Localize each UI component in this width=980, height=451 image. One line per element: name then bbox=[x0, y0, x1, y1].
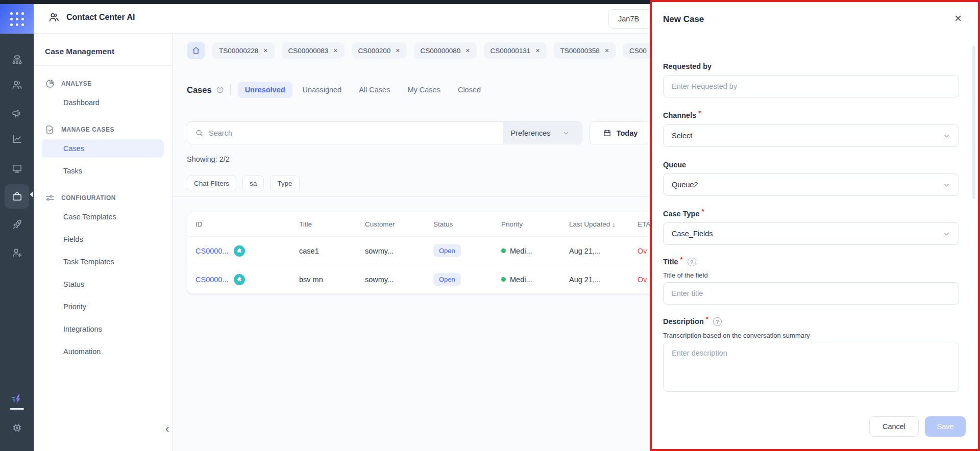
search-box: Preferences bbox=[187, 121, 582, 144]
case-type-select[interactable]: Case_Fields bbox=[663, 222, 959, 245]
required-asterisk: * bbox=[698, 109, 701, 117]
save-button[interactable]: Save bbox=[925, 416, 966, 437]
user-add-icon[interactable] bbox=[5, 240, 29, 265]
sidebar-item-task-templates[interactable]: Task Templates bbox=[42, 253, 164, 271]
column-id[interactable]: ID bbox=[187, 220, 291, 228]
workflow-icon[interactable] bbox=[5, 47, 29, 72]
filter-chip-sa[interactable]: sa bbox=[242, 176, 264, 191]
sidebar-item-fields[interactable]: Fields bbox=[42, 230, 164, 248]
sidebar-item-status[interactable]: Status bbox=[42, 275, 164, 293]
section-configuration: CONFIGURATION bbox=[34, 192, 172, 204]
section-label: MANAGE CASES bbox=[61, 126, 114, 133]
case-id-link[interactable]: CS0000... bbox=[195, 275, 229, 284]
tab-unresolved[interactable]: Unresolved bbox=[238, 82, 292, 98]
sidebar-item-cases[interactable]: Cases bbox=[42, 139, 164, 158]
cancel-button[interactable]: Cancel bbox=[869, 416, 919, 437]
case-eta: Ov bbox=[629, 247, 650, 255]
column-title[interactable]: Title bbox=[291, 220, 357, 228]
column-last-updated[interactable]: Last Updated↓ bbox=[561, 220, 629, 228]
priority-dot-icon bbox=[501, 277, 506, 282]
sidebar-item-priority[interactable]: Priority bbox=[42, 297, 164, 316]
date-filter-button[interactable]: Today bbox=[590, 121, 650, 144]
tab-closed[interactable]: Closed bbox=[451, 82, 488, 98]
section-analyse: ANALYSE bbox=[34, 78, 172, 89]
monitor-icon[interactable] bbox=[5, 156, 29, 181]
chip-settings-icon[interactable] bbox=[5, 415, 29, 440]
sidebar-collapse-button[interactable]: ‹ bbox=[165, 422, 169, 436]
tab-unassigned[interactable]: Unassigned bbox=[296, 82, 349, 98]
sidebar-item-case-templates[interactable]: Case Templates bbox=[42, 208, 164, 226]
case-chip[interactable]: CS00 bbox=[623, 43, 650, 59]
case-last-updated: Aug 21,... bbox=[561, 275, 629, 284]
filter-chip-type[interactable]: Type bbox=[270, 176, 299, 191]
divider bbox=[173, 196, 650, 197]
close-icon[interactable]: × bbox=[954, 12, 962, 24]
title-input[interactable] bbox=[663, 282, 959, 305]
case-priority: Medi... bbox=[510, 247, 532, 255]
required-asterisk: * bbox=[680, 256, 683, 263]
chevron-down-icon bbox=[943, 181, 950, 189]
help-icon[interactable]: ? bbox=[713, 317, 722, 326]
description-helper-text: Transcription based on the conversation … bbox=[663, 332, 810, 339]
tab-all-cases[interactable]: All Cases bbox=[352, 82, 397, 98]
info-icon[interactable] bbox=[216, 86, 224, 94]
required-asterisk: * bbox=[706, 315, 708, 323]
app-launcher-button[interactable] bbox=[0, 4, 34, 34]
flash-icon[interactable] bbox=[5, 387, 29, 411]
case-chip[interactable]: TS00000228× bbox=[212, 42, 275, 59]
description-textarea[interactable] bbox=[663, 342, 959, 392]
search-input[interactable] bbox=[209, 129, 503, 137]
sidebar-item-automation[interactable]: Automation bbox=[42, 342, 164, 361]
close-icon[interactable]: × bbox=[535, 46, 540, 55]
contact-center-icon bbox=[48, 11, 60, 23]
column-eta[interactable]: ETA bbox=[629, 220, 650, 228]
chevron-down-icon bbox=[943, 230, 950, 238]
scrollbar-thumb[interactable] bbox=[972, 46, 975, 199]
briefcase-icon[interactable] bbox=[5, 184, 29, 209]
table-row[interactable]: CS0000... bsv mn sowmy... Open Medi... A… bbox=[187, 265, 650, 294]
line-chart-icon[interactable] bbox=[5, 127, 29, 151]
column-customer[interactable]: Customer bbox=[357, 220, 425, 228]
close-icon[interactable]: × bbox=[263, 46, 267, 55]
case-chip[interactable]: CS00000131× bbox=[484, 42, 547, 59]
sort-desc-icon[interactable]: ↓ bbox=[612, 220, 616, 228]
page-title: Cases bbox=[187, 85, 212, 95]
megaphone-icon[interactable] bbox=[5, 101, 29, 126]
case-chip[interactable]: TS00000358× bbox=[554, 42, 616, 59]
case-title: case1 bbox=[291, 247, 357, 255]
case-chip[interactable]: CS000200× bbox=[352, 42, 407, 59]
column-priority[interactable]: Priority bbox=[493, 220, 561, 228]
toolbar: Preferences Today bbox=[187, 121, 650, 144]
column-status[interactable]: Status bbox=[425, 220, 493, 228]
table-row[interactable]: CS0000... case1 sowmy... Open Medi... Au… bbox=[187, 237, 650, 265]
preferences-dropdown[interactable]: Preferences bbox=[503, 122, 582, 144]
brand: Contact Center AI bbox=[48, 11, 135, 23]
status-badge: Open bbox=[433, 273, 461, 286]
queue-select[interactable]: Queue2 bbox=[663, 173, 959, 196]
filter-chip-chat-filters[interactable]: Chat Filters bbox=[187, 176, 236, 191]
home-chip-button[interactable] bbox=[187, 42, 205, 59]
case-title: bsv mn bbox=[291, 275, 357, 284]
sidebar-item-integrations[interactable]: Integrations bbox=[42, 320, 164, 338]
close-icon[interactable]: × bbox=[396, 46, 400, 55]
app-screen: Contact Center AI Jan7B Case Management … bbox=[0, 0, 980, 451]
rocket-icon[interactable] bbox=[5, 212, 29, 237]
close-icon[interactable]: × bbox=[465, 46, 470, 55]
users-icon[interactable] bbox=[5, 72, 29, 97]
case-chip[interactable]: CS00000083× bbox=[282, 42, 345, 59]
help-icon[interactable]: ? bbox=[688, 258, 696, 266]
sidebar-item-dashboard[interactable]: Dashboard bbox=[42, 93, 164, 112]
case-id-link[interactable]: CS0000... bbox=[195, 247, 229, 255]
close-icon[interactable]: × bbox=[333, 46, 337, 55]
chevron-down-icon bbox=[562, 130, 570, 137]
case-chip[interactable]: CS00000080× bbox=[414, 42, 477, 59]
requested-by-input[interactable] bbox=[663, 75, 959, 97]
sidebar-item-tasks[interactable]: Tasks bbox=[42, 162, 164, 180]
panel-title: New Case bbox=[663, 14, 704, 24]
sliders-icon bbox=[45, 193, 55, 203]
tab-my-cases[interactable]: My Cases bbox=[400, 82, 447, 98]
description-label: Description*? bbox=[663, 317, 722, 326]
channels-select[interactable]: Select bbox=[663, 124, 959, 147]
close-icon[interactable]: × bbox=[605, 46, 609, 55]
search-icon bbox=[195, 129, 204, 137]
